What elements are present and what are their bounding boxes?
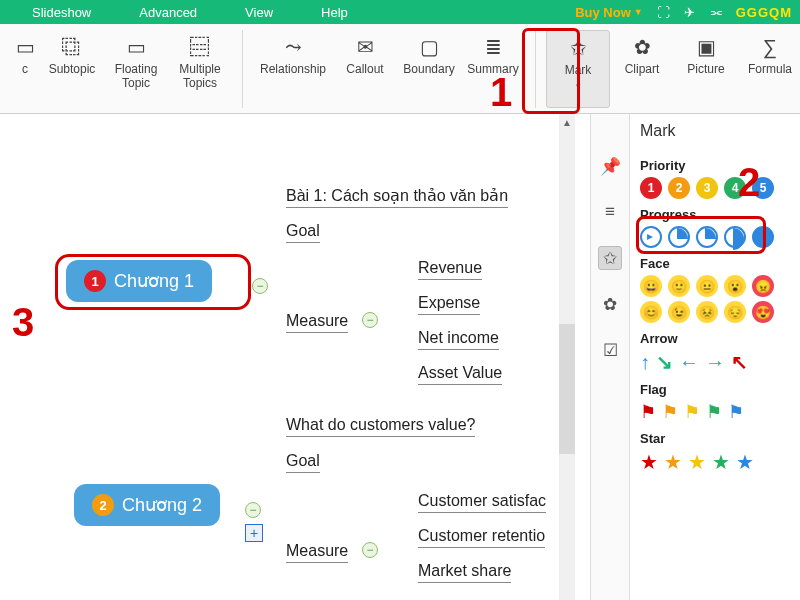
fullscreen-icon[interactable]: ⛶ [657,5,670,20]
node-revenue[interactable]: Revenue [418,259,482,280]
ribbon-picture[interactable]: ▣ Picture [674,30,738,108]
priority-badge-2: 2 [92,494,114,516]
face-grin[interactable]: 😀 [640,275,662,297]
ribbon-callout[interactable]: ✉ Callout [333,30,397,108]
star-orange[interactable]: ★ [664,450,682,474]
face-wink[interactable]: 😉 [668,301,690,323]
arrow-up-icon[interactable]: ↑ [640,351,650,374]
arrow-down-right-icon[interactable]: ↘ [656,350,673,374]
ribbon-mark[interactable]: ✩ Mark ▾ [546,30,610,108]
summary-icon: ≣ [461,32,525,62]
flag-red[interactable]: ⚑ [640,401,656,423]
ribbon-clipart[interactable]: ✿ Clipart [610,30,674,108]
picture-icon: ▣ [674,32,738,62]
menu-help[interactable]: Help [297,5,372,20]
node-chapter-1[interactable]: 1 Chương 1 [66,260,212,302]
progress-100[interactable] [752,226,774,248]
ribbon-floating-topic[interactable]: ▭ Floating Topic [104,30,168,108]
node-cust-sat[interactable]: Customer satisfac [418,492,546,513]
ribbon-summary[interactable]: ≣ Summary [461,30,525,108]
face-tired[interactable]: 😣 [696,301,718,323]
node-cust-ret[interactable]: Customer retentio [418,527,545,548]
node-bai1[interactable]: Bài 1: Cách soạn thảo văn bản [286,186,508,208]
arrow-up-right-icon[interactable]: ↖ [731,350,748,374]
add-child-button[interactable]: + [245,524,263,542]
mark-icon: ✩ [547,33,609,63]
progress-50[interactable] [724,226,746,248]
section-star-label: Star [640,431,800,446]
node-label: Chương 2 [122,494,202,516]
ribbon-formula[interactable]: ∑ Formula [738,30,800,108]
node-goal-1[interactable]: Goal [286,222,320,243]
node-goal-2[interactable]: Goal [286,452,320,473]
collapse-toggle[interactable]: − [245,502,261,518]
multiple-topics-icon: ⿳ [168,32,232,62]
menu-view[interactable]: View [221,5,297,20]
clipart-tab-icon[interactable]: ✿ [598,292,622,316]
ribbon-topic[interactable]: ▭ c [10,30,40,108]
progress-25[interactable] [668,226,690,248]
buy-now-button[interactable]: Buy Now▼ [575,5,643,20]
pin-icon[interactable]: 📌 [598,154,622,178]
progress-row [640,226,800,248]
ribbon-boundary[interactable]: ▢ Boundary [397,30,461,108]
menu-slideshow[interactable]: Slideshow [8,5,115,20]
priority-2[interactable]: 2 [668,177,690,199]
flag-blue[interactable]: ⚑ [728,401,744,423]
node-label: Chương 1 [114,270,194,292]
node-measure-2[interactable]: Measure [286,542,348,563]
face-angry[interactable]: 😠 [752,275,774,297]
chevron-down-icon[interactable]: ▾ [576,79,581,93]
progress-0[interactable] [640,226,662,248]
priority-3[interactable]: 3 [696,177,718,199]
flag-yellow[interactable]: ⚑ [684,401,700,423]
mindmap-canvas[interactable]: 1 Chương 1 − Bài 1: Cách soạn thảo văn b… [0,114,575,600]
face-love[interactable]: 😍 [752,301,774,323]
flag-orange[interactable]: ⚑ [662,401,678,423]
node-question[interactable]: What do customers value? [286,416,475,437]
face-sad[interactable]: 😔 [724,301,746,323]
star-red[interactable]: ★ [640,450,658,474]
node-expense[interactable]: Expense [418,294,480,315]
face-cool[interactable]: 😊 [640,301,662,323]
scroll-up-icon[interactable]: ▲ [559,114,575,130]
collapse-toggle[interactable]: − [252,278,268,294]
collapse-toggle[interactable]: − [362,542,378,558]
section-progress-label: Progress [640,207,800,222]
progress-33[interactable] [696,226,718,248]
priority-1[interactable]: 1 [640,177,662,199]
priority-4[interactable]: 4 [724,177,746,199]
list-icon[interactable]: ≡ [598,200,622,224]
node-market-share[interactable]: Market share [418,562,511,583]
face-row: 😀 🙂 😐 😮 😠 [640,275,800,297]
face-neutral[interactable]: 😐 [696,275,718,297]
priority-5[interactable]: 5 [752,177,774,199]
vertical-scrollbar[interactable]: ▲ [559,114,575,600]
node-measure-1[interactable]: Measure [286,312,348,333]
share-icon[interactable]: ⫘ [709,5,722,20]
brand-label: GGGQM [736,5,792,20]
subtopic-icon: ⿻ [40,32,104,62]
mark-panel: 📌 ≡ ✩ ✿ ☑ Mark Priority 1 2 3 4 5 Progre… [590,114,800,600]
node-net-income[interactable]: Net income [418,329,499,350]
node-asset-value[interactable]: Asset Value [418,364,502,385]
arrow-left-icon[interactable]: ← [679,351,699,374]
menu-advanced[interactable]: Advanced [115,5,221,20]
arrow-right-icon[interactable]: → [705,351,725,374]
send-icon[interactable]: ✈ [684,5,695,20]
flag-green[interactable]: ⚑ [706,401,722,423]
collapse-toggle[interactable]: − [362,312,378,328]
ribbon-relationship[interactable]: ⤳ Relationship [253,30,333,108]
face-surprised[interactable]: 😮 [724,275,746,297]
node-chapter-2[interactable]: 2 Chương 2 [74,484,220,526]
star-row: ★ ★ ★ ★ ★ [640,450,800,474]
star-green[interactable]: ★ [712,450,730,474]
ribbon-subtopic[interactable]: ⿻ Subtopic [40,30,104,108]
scroll-thumb[interactable] [559,324,575,454]
mark-tab-icon[interactable]: ✩ [598,246,622,270]
face-smile[interactable]: 🙂 [668,275,690,297]
calendar-icon[interactable]: ☑ [598,338,622,362]
ribbon-multiple-topics[interactable]: ⿳ Multiple Topics [168,30,232,108]
star-yellow[interactable]: ★ [688,450,706,474]
star-blue[interactable]: ★ [736,450,754,474]
